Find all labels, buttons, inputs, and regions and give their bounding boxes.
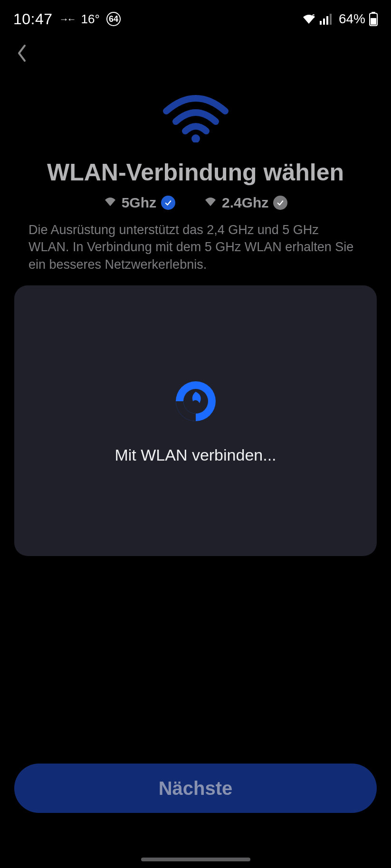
svg-rect-3	[326, 16, 328, 25]
wifi-hero-icon	[162, 95, 229, 142]
status-time: 10:47	[13, 10, 53, 28]
battery-icon	[369, 12, 378, 26]
svg-text:6: 6	[312, 14, 315, 19]
cell-signal-icon	[320, 13, 333, 25]
svg-rect-1	[320, 21, 322, 25]
loading-spinner-icon	[172, 377, 219, 425]
band-selector: 5Ghz 2.4Ghz	[0, 195, 391, 211]
status-notification-badge: 64	[106, 12, 121, 26]
wifi-signal-icon: 6	[302, 13, 316, 25]
band-24ghz[interactable]: 2.4Ghz	[204, 195, 287, 211]
band-24ghz-label: 2.4Ghz	[222, 195, 268, 211]
connecting-text: Mit WLAN verbinden...	[114, 446, 276, 464]
check-unselected-icon	[273, 196, 287, 210]
wifi-small-icon	[104, 197, 117, 209]
battery-percentage: 64%	[339, 11, 365, 27]
check-selected-icon	[161, 196, 175, 210]
svg-rect-7	[371, 18, 376, 25]
next-button-label: Nächste	[159, 778, 233, 799]
connecting-card: Mit WLAN verbinden...	[14, 285, 377, 556]
page-title: WLAN-Verbindung wählen	[0, 159, 391, 186]
band-5ghz-label: 5Ghz	[122, 195, 156, 211]
svg-point-8	[191, 134, 200, 142]
svg-rect-2	[323, 19, 325, 25]
next-button[interactable]: Nächste	[14, 764, 377, 813]
band-5ghz[interactable]: 5Ghz	[104, 195, 175, 211]
svg-rect-4	[330, 14, 332, 25]
status-temperature: 16°	[81, 12, 100, 27]
chevron-left-icon	[16, 44, 28, 63]
home-indicator[interactable]	[141, 858, 250, 861]
status-bar: 10:47 →← 16° 64 6 64%	[0, 0, 391, 33]
back-button[interactable]	[11, 43, 32, 64]
wifi-small-icon	[204, 197, 217, 209]
sync-arrows-icon: →←	[59, 14, 75, 25]
page-description: Die Ausrüstung unterstützt das 2,4 GHz u…	[0, 211, 391, 273]
